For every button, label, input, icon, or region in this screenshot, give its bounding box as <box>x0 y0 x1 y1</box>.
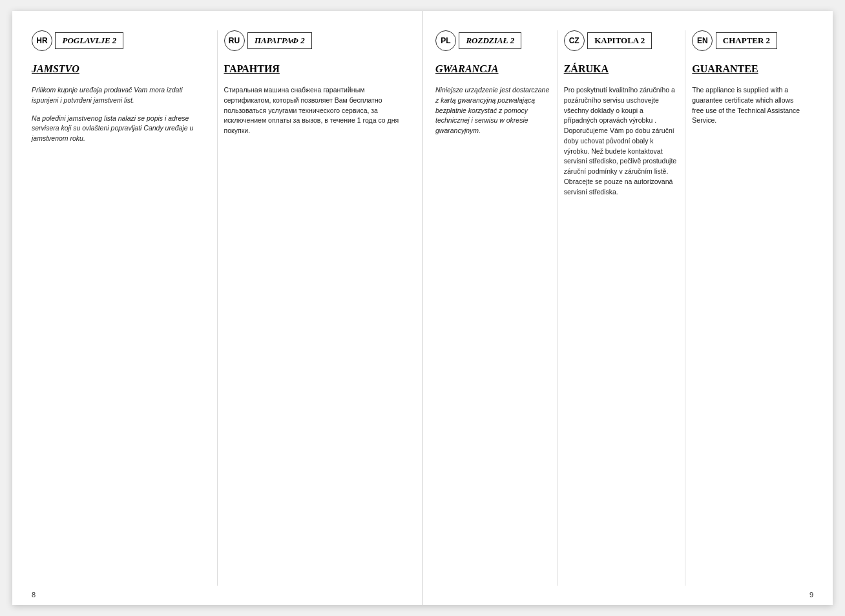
column-pl: PL ROZDZIAŁ 2 GWARANCJA Niniejsze urządz… <box>435 30 558 586</box>
hr-header: HR POGLAVLJE 2 <box>32 30 211 58</box>
en-body-p1: The appliance is supplied with a guarant… <box>692 85 807 126</box>
en-chapter-box: CHAPTER 2 <box>716 32 777 49</box>
pl-section-title: GWARANCJA <box>435 63 550 75</box>
hr-body-p1: Prilikom kupnje uređaja prodavač Vam mor… <box>32 85 211 106</box>
cz-section-title: ZÁRUKA <box>564 63 679 75</box>
cz-header: CZ KAPITOLA 2 <box>564 30 679 58</box>
page-number-right: 9 <box>809 591 813 599</box>
column-ru: RU ПАРАГРАФ 2 ГАРАНТИЯ Стиральная машина… <box>218 30 410 586</box>
hr-body-p2: Na poleđini jamstvenog lista nalazi se p… <box>32 114 211 144</box>
ru-section-title: ГАРАНТИЯ <box>224 63 403 75</box>
pl-chapter-box: ROZDZIAŁ 2 <box>459 32 521 49</box>
page-right: PL ROZDZIAŁ 2 GWARANCJA Niniejsze urządz… <box>422 11 833 605</box>
page-spread: HR POGLAVLJE 2 JAMSTVO Prilikom kupnje u… <box>12 11 833 605</box>
cz-chapter-box: KAPITOLA 2 <box>587 32 652 49</box>
right-columns: PL ROZDZIAŁ 2 GWARANCJA Niniejsze urządz… <box>435 30 813 586</box>
pl-header: PL ROZDZIAŁ 2 <box>435 30 550 58</box>
page-left: HR POGLAVLJE 2 JAMSTVO Prilikom kupnje u… <box>12 11 422 605</box>
en-section-title: GUARANTEE <box>692 63 807 75</box>
en-lang-marker: EN <box>692 30 713 51</box>
cz-body-p1: Pro poskytnutí kvalitního záručního a po… <box>564 85 679 197</box>
left-columns: HR POGLAVLJE 2 JAMSTVO Prilikom kupnje u… <box>32 30 409 586</box>
hr-chapter-box: POGLAVLJE 2 <box>55 32 123 49</box>
column-en: EN CHAPTER 2 GUARANTEE The appliance is … <box>685 30 813 586</box>
hr-lang-marker: HR <box>32 30 52 51</box>
ru-header: RU ПАРАГРАФ 2 <box>224 30 403 58</box>
pl-body-p1: Niniejsze urządzenie jest dostarczane z … <box>435 85 550 136</box>
en-header: EN CHAPTER 2 <box>692 30 807 58</box>
pl-lang-marker: PL <box>435 30 456 51</box>
cz-lang-marker: CZ <box>564 30 585 51</box>
column-hr: HR POGLAVLJE 2 JAMSTVO Prilikom kupnje u… <box>32 30 218 586</box>
ru-chapter-box: ПАРАГРАФ 2 <box>247 32 312 49</box>
ru-lang-marker: RU <box>224 30 245 51</box>
ru-body-p1: Стиральная машина снабжена гарантийным с… <box>224 85 403 136</box>
column-cz: CZ KAPITOLA 2 ZÁRUKA Pro poskytnutí kval… <box>558 30 686 586</box>
page-number-left: 8 <box>32 591 36 599</box>
hr-section-title: JAMSTVO <box>32 63 211 75</box>
